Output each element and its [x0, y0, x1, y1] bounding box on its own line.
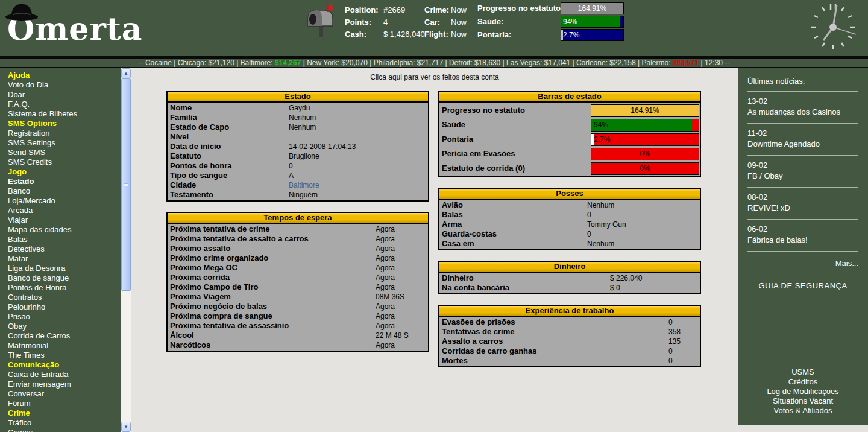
sidebar-item[interactable]: Mapa das cidades: [8, 225, 121, 235]
footer-link[interactable]: Créditos: [738, 377, 868, 387]
scroll-up-button[interactable]: ▲: [121, 68, 131, 78]
sidebar-item[interactable]: Matrimonial: [8, 341, 121, 351]
news-more-link[interactable]: Mais...: [747, 259, 858, 268]
timer-label: Flight:: [424, 28, 451, 40]
row-value: Tommy Gun: [587, 220, 626, 229]
sidebar-item[interactable]: Pontos de Honra: [8, 283, 121, 293]
sidebar-item[interactable]: Corrida de Carros: [8, 331, 121, 341]
sidebar-item[interactable]: The Times: [8, 351, 121, 360]
header-bar-row: Pontaria: 2.7%: [477, 29, 563, 42]
table-row: Proxima Viagem08M 36S: [168, 292, 428, 302]
position-row: Position:#2669: [345, 4, 425, 16]
row-value: Agora: [376, 273, 395, 282]
timer-value: Now: [451, 17, 467, 27]
row-label: Pontaria: [442, 135, 473, 144]
footer-link[interactable]: Votos & Afiliados: [738, 406, 868, 416]
arrow-down-icon: ▼: [122, 422, 130, 431]
sidebar-item[interactable]: Crime: [8, 408, 121, 418]
sidebar-scrollbar[interactable]: ▲ ▼: [121, 68, 131, 432]
row-value: Agora: [376, 234, 395, 244]
sidebar-item[interactable]: F.A.Q.: [8, 100, 121, 109]
sidebar-item[interactable]: Estado: [8, 177, 121, 186]
table-row: TestamentoNinguém: [168, 190, 428, 200]
row-label: Próximo crime organizado: [170, 253, 268, 262]
row-value: Bruglione: [289, 151, 319, 161]
news-item[interactable]: 06-02 Fábrica de balas!: [747, 224, 858, 252]
sidebar-item[interactable]: SMS Credits: [8, 157, 121, 167]
sidebar-item[interactable]: Ajuda: [8, 71, 121, 80]
divider: [747, 123, 858, 124]
row-label: Data de início: [170, 142, 221, 151]
mailbox-icon[interactable]: [305, 3, 336, 38]
row-value: Ninguém: [289, 190, 318, 200]
omerta-logo[interactable]: Omerta: [7, 1, 140, 54]
sidebar-item[interactable]: Detectives: [8, 244, 121, 254]
account-feats-link[interactable]: Clica aqui para ver os feitos desta cont…: [131, 73, 738, 81]
footer-link[interactable]: Situations Vacant: [738, 396, 868, 406]
news-item[interactable]: 11-02 Downtime Agendado: [747, 129, 858, 156]
row-label: Pontos de honra: [170, 161, 232, 170]
sidebar-item[interactable]: Pelourinho: [8, 302, 121, 312]
sidebar-item[interactable]: Enviar mensagem: [8, 380, 121, 389]
news-item[interactable]: 09-02 FB / Obay: [747, 160, 858, 188]
sidebar-item[interactable]: Matar: [8, 254, 121, 264]
row-value: 14-02-2008 17:04:13: [289, 142, 356, 151]
sidebar-item[interactable]: Banco: [8, 186, 121, 196]
sidebar-item[interactable]: Prisão: [8, 312, 121, 322]
divider: [747, 91, 858, 92]
table-row: Nível: [168, 132, 428, 142]
sidebar-item[interactable]: Voto do Dia: [8, 80, 121, 90]
footer-link[interactable]: USMS: [738, 367, 868, 377]
status-bar: 94%: [591, 119, 699, 132]
status-bar-value: 0%: [591, 148, 699, 160]
sidebar-item[interactable]: Banco de sangue: [8, 273, 121, 283]
news-item[interactable]: 08-02 REVIVE! xD: [747, 192, 858, 220]
row-label: Próxima tentativa de assassínio: [170, 321, 289, 330]
scroll-down-button[interactable]: ▼: [121, 422, 131, 432]
security-guide-link[interactable]: GUIA DE SEGURANÇA: [747, 281, 858, 290]
table-row: Próxima tentativa de assassínioAgora: [168, 321, 428, 331]
sidebar-item[interactable]: Comunicação: [8, 360, 121, 370]
sidebar-item[interactable]: Sistema de Bilhetes: [8, 109, 121, 119]
table-row: Tentativas de crime358: [439, 327, 700, 337]
row-label: Saúde: [442, 120, 465, 129]
sidebar-item[interactable]: Conversar: [8, 389, 121, 399]
sidebar-item[interactable]: Viajar: [8, 215, 121, 225]
sidebar-item[interactable]: SMS Settings: [8, 138, 121, 148]
sidebar-item[interactable]: Arcada: [8, 206, 121, 215]
sidebar-menu: Ajuda Voto do Dia Doar F.A.Q. Sistema de…: [0, 68, 121, 432]
sidebar-item[interactable]: Liga da Desonra: [8, 264, 121, 273]
news-item[interactable]: 13-02 As mudanças dos Casinos: [747, 97, 858, 124]
status-bar-row: Progresso no estatuto 164.91%: [439, 103, 700, 118]
experiencia-panel: Experiência de trabalho Evasões de prisõ…: [438, 305, 701, 367]
sidebar-item[interactable]: Crimes: [8, 428, 121, 432]
ticker-segment: $14,267: [275, 59, 301, 67]
row-label: Corridas de carro ganhas: [442, 346, 537, 355]
sidebar-item[interactable]: Obay: [8, 322, 121, 331]
sidebar-item[interactable]: Tráfico: [8, 418, 121, 428]
row-label: Casa em: [442, 239, 474, 248]
sidebar-item[interactable]: Send SMS: [8, 148, 121, 157]
sidebar-item[interactable]: Balas: [8, 235, 121, 244]
scrollbar-thumb[interactable]: [121, 78, 131, 291]
accuracy-bar: 2.7%: [561, 29, 624, 41]
row-value: 358: [668, 327, 681, 337]
sidebar-item[interactable]: Jogo: [8, 167, 121, 177]
footer-link[interactable]: Log de Modificações: [738, 387, 868, 396]
table-row: Corridas de carro ganhas0: [439, 346, 700, 356]
sidebar-item[interactable]: Registration: [8, 129, 121, 138]
sidebar-item[interactable]: Loja/Mercado: [8, 196, 121, 206]
sidebar-item[interactable]: Fórum: [8, 399, 121, 408]
table-row: Álcool22 M 48 S: [168, 331, 428, 340]
row-value: 135: [668, 337, 681, 346]
sidebar-item[interactable]: Doar: [8, 90, 121, 100]
row-label: Próximo assalto: [170, 244, 230, 253]
row-label: Estatuto: [170, 151, 201, 160]
barras-panel-title: Barras de estado: [439, 92, 700, 103]
sidebar-item[interactable]: SMS Options: [8, 119, 121, 129]
status-bar-value: 2.7%: [591, 134, 699, 145]
progress-bar: 164.91%: [561, 2, 624, 14]
sidebar-item[interactable]: Caixa de Entrada: [8, 370, 121, 380]
table-row: Estado de CapoNenhum: [168, 122, 428, 132]
sidebar-item[interactable]: Contratos: [8, 293, 121, 302]
